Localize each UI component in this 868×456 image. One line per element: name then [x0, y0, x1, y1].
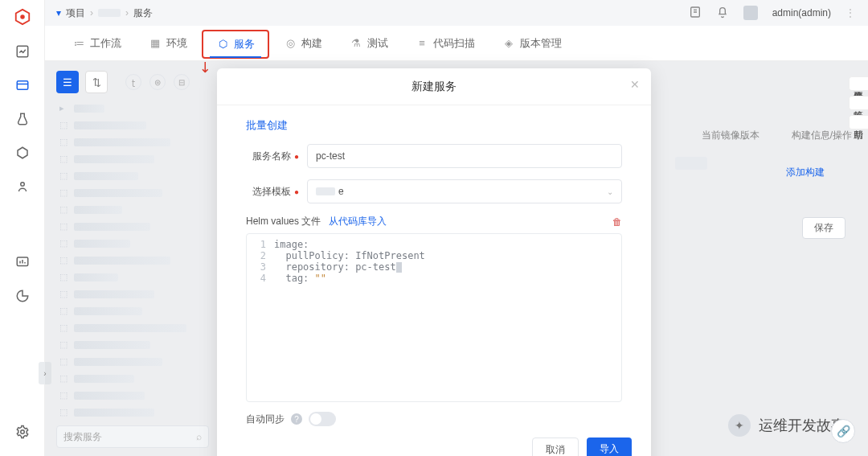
- chip-3[interactable]: ⊟: [174, 74, 190, 90]
- more-icon[interactable]: ⋮: [845, 7, 857, 18]
- service-tree-item[interactable]: ⬚: [56, 135, 213, 149]
- service-list-panel: ☰ ⇅ ʈ ⊜ ⊟ ▸⬚⬚⬚⬚⬚⬚⬚⬚⬚⬚⬚⬚⬚⬚⬚⬚⬚⬚⬚: [56, 71, 213, 436]
- avatar[interactable]: [743, 6, 758, 20]
- service-tree-item[interactable]: ⬚: [56, 372, 213, 385]
- autosync-toggle[interactable]: [309, 412, 336, 426]
- helm-values-label: Helm values 文件: [246, 215, 321, 228]
- service-tree-item[interactable]: ⬚: [56, 203, 213, 216]
- watermark: ✦ 运维开发故事: [728, 414, 845, 437]
- side-tab-help[interactable]: 帮助: [849, 115, 868, 129]
- tab-test[interactable]: ⚗测试: [337, 26, 401, 61]
- test-icon: ⚗: [350, 37, 362, 50]
- share-link-button[interactable]: 🔗: [831, 419, 855, 443]
- required-dot-icon: ●: [294, 187, 299, 196]
- chip-2[interactable]: ⊜: [149, 74, 166, 90]
- table-headers: 当前镜像版本 构建信息/操作: [702, 129, 852, 142]
- chip-1[interactable]: ʈ: [125, 74, 141, 90]
- add-build-link[interactable]: 添加构建: [786, 166, 825, 179]
- scan-icon: ≡: [416, 37, 428, 50]
- modal-header: 新建服务 ✕: [217, 68, 651, 105]
- chevron-down-icon: ⌄: [607, 187, 613, 196]
- sort-button[interactable]: ⇅: [85, 71, 108, 93]
- side-tab-policy[interactable]: 策略: [849, 96, 868, 110]
- app-logo-icon: [14, 8, 31, 26]
- service-tree-item[interactable]: ⬚: [56, 220, 213, 233]
- svg-point-5: [20, 183, 24, 187]
- nav-dashboard-icon[interactable]: [14, 43, 31, 60]
- search-services-input[interactable]: 搜索服务 ⌕: [56, 425, 209, 448]
- breadcrumb: ▾ 项目 › › 服务: [56, 6, 153, 20]
- required-dot-icon: ●: [294, 152, 299, 161]
- save-button[interactable]: 保存: [802, 217, 845, 239]
- yaml-editor[interactable]: 1image:2 pullPolicy: IfNotPresent3 repos…: [246, 233, 622, 402]
- nav-stats-icon[interactable]: [14, 254, 31, 270]
- delete-icon[interactable]: 🗑: [612, 216, 622, 228]
- notifications-icon[interactable]: [716, 6, 729, 21]
- right-side-tabs: 镜像更新 策略 帮助: [849, 76, 868, 129]
- service-tree-item[interactable]: ⬚: [56, 287, 213, 301]
- create-service-modal: 新建服务 ✕ 批量创建 服务名称● 选择模板● e ⌄ Helm values …: [217, 68, 651, 456]
- service-icon: ⬡: [216, 38, 229, 51]
- tab-scan[interactable]: ≡代码扫描: [403, 26, 488, 61]
- service-tree-item[interactable]: ▸: [56, 101, 213, 115]
- nav-team-icon[interactable]: [14, 179, 31, 195]
- tab-env[interactable]: ▦环境: [136, 26, 200, 61]
- user-label[interactable]: admin(admin): [772, 7, 831, 18]
- tab-build[interactable]: ◎构建: [271, 26, 335, 61]
- workflow-icon: ≔: [72, 37, 85, 50]
- project-tabs: ≔工作流 ▦环境 ⬡服务 ◎构建 ⚗测试 ≡代码扫描 ◈版本管理: [45, 26, 868, 61]
- import-button[interactable]: 导入: [587, 438, 632, 456]
- bulk-create-link[interactable]: 批量创建: [246, 118, 288, 133]
- service-tree: ▸⬚⬚⬚⬚⬚⬚⬚⬚⬚⬚⬚⬚⬚⬚⬚⬚⬚⬚⬚: [56, 101, 213, 436]
- service-tree-item[interactable]: ⬚: [56, 321, 213, 335]
- tab-release[interactable]: ◈版本管理: [489, 26, 575, 61]
- build-icon: ◎: [284, 37, 297, 50]
- service-tree-item[interactable]: ⬚: [56, 270, 213, 284]
- breadcrumb-project-name[interactable]: [98, 9, 121, 17]
- nav-test-icon[interactable]: [14, 111, 31, 127]
- svg-point-1: [20, 14, 25, 19]
- help-icon[interactable]: ?: [291, 413, 302, 425]
- col-build-ops: 构建信息/操作: [792, 129, 852, 142]
- svg-rect-3: [17, 81, 28, 90]
- service-tree-item[interactable]: ⬚: [56, 338, 213, 351]
- service-tree-item[interactable]: ⬚: [56, 355, 213, 368]
- side-tab-image-update[interactable]: 镜像更新: [849, 76, 868, 91]
- nav-projects-icon[interactable]: [14, 77, 31, 93]
- service-tree-item[interactable]: ⬚: [56, 186, 213, 199]
- breadcrumb-root[interactable]: 项目: [66, 6, 85, 20]
- modal-title: 新建服务: [411, 80, 457, 94]
- svg-marker-4: [18, 147, 27, 158]
- left-rail: [0, 0, 45, 456]
- search-icon: ⌕: [196, 431, 202, 442]
- close-icon[interactable]: ✕: [630, 78, 640, 91]
- topbar: ▾ 项目 › › 服务 admin(admin) ⋮: [45, 0, 868, 26]
- env-icon: ▦: [149, 37, 162, 50]
- svg-point-7: [20, 430, 24, 434]
- service-tree-item[interactable]: ⬚: [56, 152, 213, 166]
- tab-workflow[interactable]: ≔工作流: [59, 26, 134, 61]
- autosync-label: 自动同步: [246, 413, 285, 426]
- wechat-icon: ✦: [728, 414, 751, 437]
- tab-service[interactable]: ⬡服务: [202, 30, 269, 59]
- service-tree-item[interactable]: ⬚: [56, 388, 213, 402]
- label-service-name: 服务名称: [252, 150, 291, 163]
- cancel-button[interactable]: 取消: [532, 438, 579, 456]
- service-name-input[interactable]: [307, 144, 622, 168]
- service-tree-item[interactable]: ⬚: [56, 405, 213, 419]
- service-tree-item[interactable]: ⬚: [56, 118, 213, 132]
- import-from-repo-link[interactable]: 从代码库导入: [329, 215, 387, 228]
- service-tree-item[interactable]: ⬚: [56, 169, 213, 183]
- nav-data-icon[interactable]: [14, 288, 31, 304]
- release-icon: ◈: [502, 37, 515, 50]
- breadcrumb-leaf: 服务: [133, 6, 153, 20]
- add-service-button[interactable]: ☰: [56, 71, 79, 93]
- nav-delivery-icon[interactable]: [14, 145, 31, 161]
- label-template: 选择模板: [252, 185, 291, 199]
- service-tree-item[interactable]: ⬚: [56, 304, 213, 318]
- template-select[interactable]: e ⌄: [307, 179, 622, 203]
- service-tree-item[interactable]: ⬚: [56, 236, 213, 250]
- service-tree-item[interactable]: ⬚: [56, 253, 213, 267]
- nav-settings-icon[interactable]: [14, 424, 31, 440]
- docs-icon[interactable]: [689, 6, 702, 21]
